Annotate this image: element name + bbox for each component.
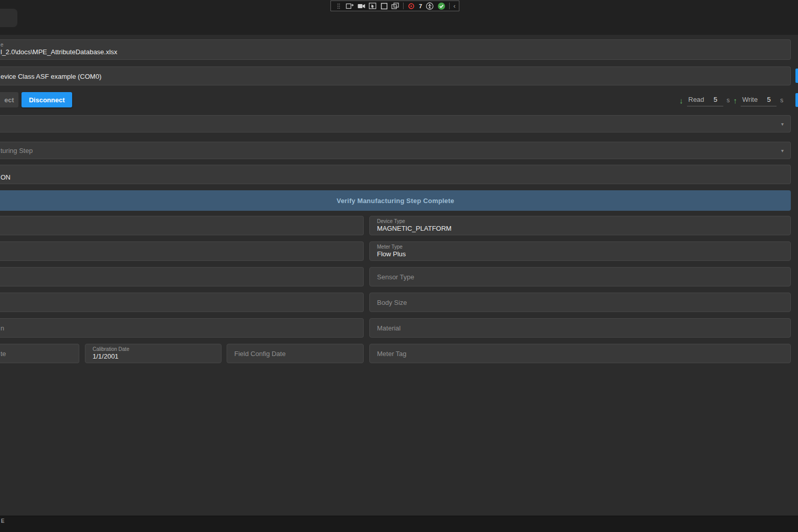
edge-button-bottom[interactable]	[795, 93, 798, 107]
toolbar-divider	[403, 3, 404, 9]
write-label: Write	[742, 96, 758, 103]
device-dropdown[interactable]: ▾	[0, 115, 791, 132]
app-window: 7 ‹ e l_2.0\docs\MPE_AttributeDatabase.x…	[0, 0, 798, 532]
left-attribute-field-1[interactable]	[0, 216, 364, 235]
record-count: 7	[419, 3, 422, 9]
database-file-label: e	[0, 40, 790, 48]
read-arrow-down-icon: ↓	[679, 95, 683, 106]
read-label: Read	[689, 96, 704, 103]
accessibility-icon[interactable]	[426, 2, 434, 10]
step-description-value: ON	[0, 173, 790, 181]
disconnect-button[interactable]: Disconnect	[21, 92, 72, 107]
manufacturing-step-placeholder: turing Step	[0, 147, 33, 154]
calibration-date-value: 1/1/2001	[85, 352, 221, 360]
write-arrow-up-icon: ↑	[734, 95, 738, 106]
left-attribute-field-3[interactable]	[0, 267, 364, 286]
sensor-type-field[interactable]: Sensor Type	[369, 267, 791, 286]
left-attribute-text-5: n	[0, 324, 4, 332]
device-class-port-field[interactable]: evice Class ASF example (COM0)	[0, 66, 791, 85]
database-file-value: l_2.0\docs\MPE_AttributeDatabase.xlsx	[0, 48, 790, 56]
device-type-value: MAGNETIC_PLATFORM	[370, 224, 790, 232]
read-interval-group[interactable]: Read 5	[687, 96, 723, 106]
window-switch-icon[interactable]	[391, 2, 400, 10]
device-type-label: Device Type	[370, 216, 790, 224]
collapse-chevron-icon[interactable]: ‹	[453, 3, 455, 9]
left-attribute-field-5[interactable]: n	[0, 318, 364, 338]
step-description-label	[0, 165, 790, 173]
calibration-date-field[interactable]: Calibration Date 1/1/2001	[85, 344, 221, 363]
write-interval-group[interactable]: Write 5	[741, 96, 777, 106]
bottom-tab-fragment: E	[0, 516, 798, 524]
material-placeholder: Material	[370, 324, 401, 332]
step-description-field[interactable]: ON	[0, 165, 791, 184]
read-unit-label: s	[727, 97, 730, 106]
device-type-field[interactable]: Device Type MAGNETIC_PLATFORM	[369, 216, 791, 235]
material-field[interactable]: Material	[369, 318, 791, 338]
pointer-capture-icon[interactable]	[369, 2, 376, 10]
chevron-down-icon: ▾	[781, 121, 784, 127]
title-bar: 7 ‹	[0, 0, 798, 35]
manufacturing-step-dropdown[interactable]: turing Step ▾	[0, 142, 791, 159]
sensor-cal-date-field[interactable]: te	[0, 344, 79, 363]
drag-handle-icon[interactable]	[335, 2, 342, 10]
meter-tag-placeholder: Meter Tag	[370, 350, 407, 358]
sensor-type-placeholder: Sensor Type	[370, 273, 414, 281]
video-camera-icon[interactable]	[358, 2, 365, 10]
write-interval-input[interactable]: 5	[763, 96, 775, 103]
capture-toolbar: 7 ‹	[330, 1, 459, 11]
status-check-icon[interactable]	[437, 2, 446, 10]
verify-step-button[interactable]: Verify Manufacturing Step Complete	[0, 190, 791, 211]
meter-tag-field[interactable]: Meter Tag	[369, 344, 791, 363]
meter-type-label: Meter Type	[370, 242, 790, 250]
sensor-cal-date-fragment: te	[0, 350, 6, 358]
polling-controls: ↓ Read 5 s ↑ Write 5 s	[679, 95, 783, 106]
connect-button[interactable]: ect	[0, 92, 18, 107]
app-logo	[0, 9, 17, 27]
calibration-date-label: Calibration Date	[85, 344, 221, 352]
body-size-field[interactable]: Body Size	[369, 293, 791, 312]
database-file-field[interactable]: e l_2.0\docs\MPE_AttributeDatabase.xlsx	[0, 39, 791, 60]
device-class-port-value: evice Class ASF example (COM0)	[0, 72, 101, 80]
body-size-placeholder: Body Size	[370, 299, 407, 306]
read-interval-input[interactable]: 5	[710, 96, 722, 103]
window-export-icon[interactable]	[346, 2, 354, 10]
left-attribute-field-2[interactable]	[0, 241, 364, 261]
stop-frame-icon[interactable]	[380, 2, 388, 10]
chevron-down-icon: ▾	[781, 148, 784, 153]
meter-type-field[interactable]: Meter Type Flow Plus	[369, 241, 791, 261]
field-config-date-placeholder: Field Config Date	[227, 350, 285, 358]
field-config-date-field[interactable]: Field Config Date	[227, 344, 364, 363]
left-attribute-field-4[interactable]	[0, 293, 364, 312]
toolbar-divider	[449, 3, 450, 9]
meter-type-value: Flow Plus	[370, 250, 790, 258]
bottom-bar: E	[0, 516, 798, 532]
record-indicator-icon[interactable]	[407, 2, 415, 10]
write-unit-label: s	[780, 97, 783, 106]
edge-button-top[interactable]	[795, 69, 798, 83]
